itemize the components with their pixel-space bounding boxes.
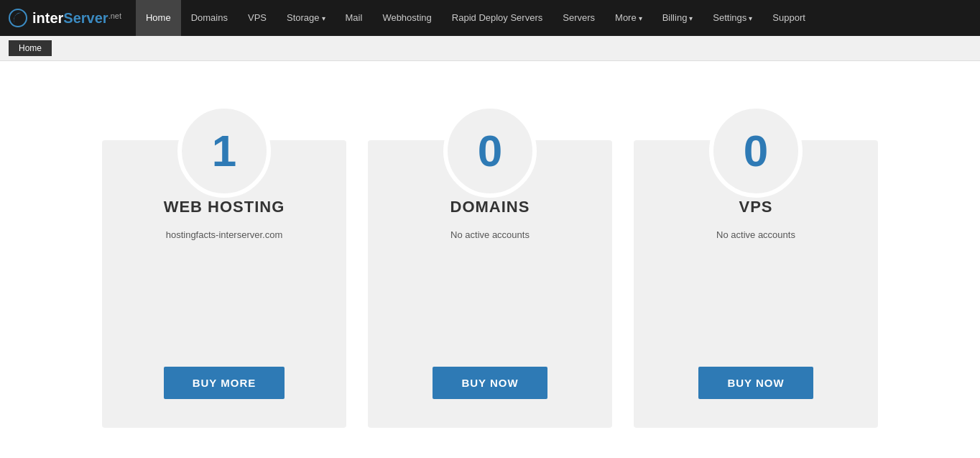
nav-link[interactable]: Domains [181, 0, 238, 36]
card-subtitle: hostingfacts-interserver.com [166, 229, 283, 324]
card-count-badge: 0 [443, 104, 537, 198]
card-count-badge: 1 [177, 104, 271, 198]
card-domains: 0DOMAINSNo active accountsBUY NOW [368, 140, 612, 428]
dropdown-arrow-icon: ▾ [322, 14, 325, 22]
card-count-badge: 0 [709, 104, 803, 198]
nav-item-support[interactable]: Support [762, 0, 815, 36]
card-buy-button[interactable]: BUY NOW [698, 367, 813, 399]
card-buy-button[interactable]: BUY NOW [433, 367, 547, 399]
card-count: 0 [478, 129, 502, 173]
nav-item-servers[interactable]: Servers [553, 0, 605, 36]
card-buy-button[interactable]: BUY MORE [164, 367, 285, 399]
card-subtitle: No active accounts [450, 229, 530, 324]
card-vps: 0VPSNo active accountsBUY NOW [634, 140, 878, 428]
dropdown-arrow-icon: ▾ [689, 14, 693, 22]
nav-item-billing[interactable]: Billing▾ [652, 0, 703, 37]
nav-item-more[interactable]: More▾ [605, 0, 652, 37]
main-content: 1WEB HOSTINGhostingfacts-interserver.com… [0, 61, 980, 458]
nav-item-settings[interactable]: Settings▾ [703, 0, 762, 37]
nav-item-storage[interactable]: Storage▾ [277, 0, 336, 37]
logo-text: interServer.net [32, 10, 121, 27]
logo[interactable]: interServer.net [7, 7, 121, 29]
nav-link[interactable]: Storage▾ [277, 0, 336, 37]
card-title: DOMAINS [450, 198, 530, 216]
nav-link[interactable]: VPS [238, 0, 277, 36]
nav-item-webhosting[interactable]: Webhosting [372, 0, 441, 36]
nav-item-rapid-deploy-servers[interactable]: Rapid Deploy Servers [442, 0, 553, 36]
dropdown-arrow-icon: ▾ [639, 14, 642, 22]
card-title: VPS [739, 198, 772, 216]
nav-link[interactable]: Rapid Deploy Servers [442, 0, 553, 36]
nav-item-vps[interactable]: VPS [238, 0, 277, 36]
cards-container: 1WEB HOSTINGhostingfacts-interserver.com… [43, 61, 937, 428]
nav-link[interactable]: More▾ [605, 0, 652, 37]
card-title: WEB HOSTING [164, 198, 285, 216]
nav-link[interactable]: Servers [553, 0, 605, 36]
nav-item-mail[interactable]: Mail [336, 0, 373, 36]
nav-link[interactable]: Support [762, 0, 815, 36]
navbar: interServer.net HomeDomainsVPSStorage▾Ma… [0, 0, 980, 36]
dropdown-arrow-icon: ▾ [749, 14, 752, 22]
nav-link[interactable]: Mail [336, 0, 373, 36]
nav-item-domains[interactable]: Domains [181, 0, 238, 36]
card-subtitle: No active accounts [716, 229, 795, 324]
card-web-hosting: 1WEB HOSTINGhostingfacts-interserver.com… [102, 140, 346, 428]
nav-link[interactable]: Webhosting [372, 0, 441, 36]
nav-item-home[interactable]: Home [136, 0, 181, 36]
breadcrumb-home[interactable]: Home [9, 40, 52, 56]
nav-menu: HomeDomainsVPSStorage▾MailWebhostingRapi… [136, 0, 973, 37]
breadcrumb-bar: Home [0, 36, 980, 61]
card-count: 0 [744, 129, 768, 173]
nav-link[interactable]: Settings▾ [703, 0, 762, 37]
card-count: 1 [212, 129, 236, 173]
nav-link[interactable]: Home [136, 0, 181, 36]
svg-point-0 [9, 9, 27, 27]
nav-link[interactable]: Billing▾ [652, 0, 703, 37]
